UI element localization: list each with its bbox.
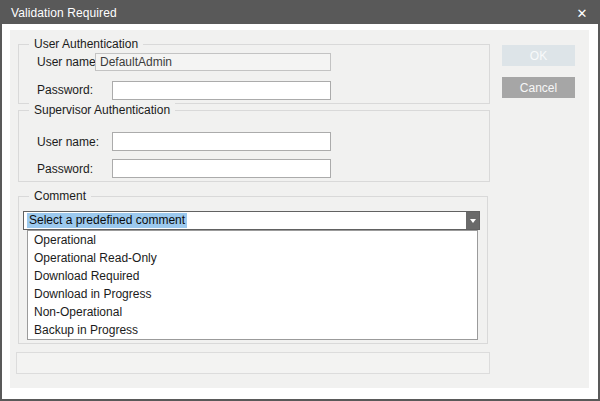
combobox-dropdown-button[interactable]	[466, 212, 479, 229]
window-title: Validation Required	[2, 6, 117, 20]
cancel-button[interactable]: Cancel	[502, 77, 575, 98]
comment-combobox[interactable]: Select a predefined comment	[23, 211, 480, 230]
dropdown-option[interactable]: Operational	[28, 231, 477, 249]
validation-dialog: Validation Required ✕ User Authenticatio…	[0, 0, 600, 401]
dropdown-option[interactable]: Backup in Progress	[28, 321, 477, 339]
supervisor-username-field[interactable]	[112, 132, 331, 151]
user-username-field	[95, 53, 331, 71]
supervisor-authentication-group: Supervisor Authentication User name: Pas…	[18, 110, 490, 182]
comment-legend: Comment	[29, 189, 91, 204]
dropdown-option[interactable]: Download in Progress	[28, 285, 477, 303]
close-icon: ✕	[577, 6, 588, 21]
close-button[interactable]: ✕	[566, 2, 598, 24]
chevron-down-icon	[470, 219, 476, 223]
supervisor-authentication-legend: Supervisor Authentication	[29, 103, 175, 118]
dropdown-option[interactable]: Download Required	[28, 267, 477, 285]
ok-button[interactable]: OK	[502, 45, 575, 66]
supervisor-password-label: Password:	[37, 162, 93, 177]
status-message-box	[16, 352, 490, 374]
user-password-label: Password:	[37, 83, 93, 98]
supervisor-password-field[interactable]	[112, 159, 331, 178]
dropdown-option[interactable]: Non-Operational	[28, 303, 477, 321]
dropdown-option[interactable]: Operational Read-Only	[28, 249, 477, 267]
user-authentication-group: User Authentication User name: Password:	[18, 44, 490, 104]
user-authentication-legend: User Authentication	[29, 37, 143, 52]
comment-combobox-selected-text: Select a predefined comment	[27, 213, 187, 228]
comment-dropdown-list: Operational Operational Read-Only Downlo…	[27, 230, 478, 340]
supervisor-username-label: User name:	[37, 135, 99, 150]
user-password-field[interactable]	[112, 81, 331, 100]
user-username-label: User name:	[37, 55, 99, 70]
dialog-body: User Authentication User name: Password:…	[10, 30, 589, 388]
title-bar: Validation Required ✕	[2, 2, 598, 24]
